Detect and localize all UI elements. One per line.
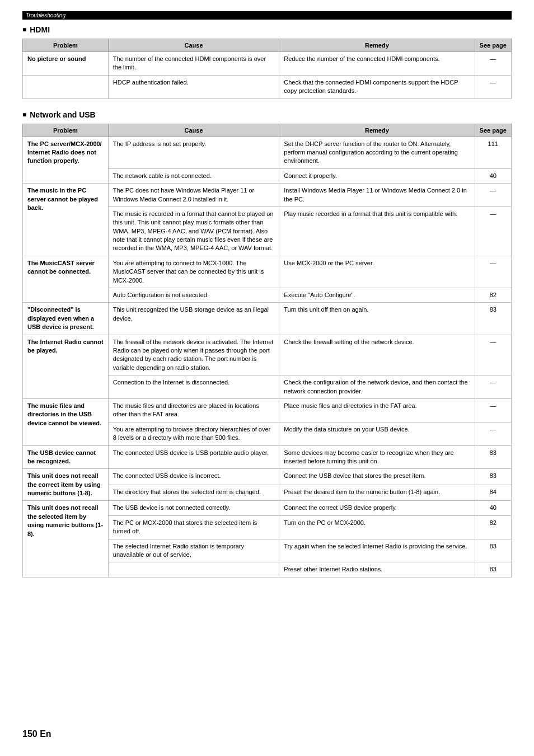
- remedy-cell: Connect it properly.: [279, 168, 475, 183]
- problem-cell: The music files and directories in the U…: [23, 398, 109, 445]
- seepage-cell: —: [475, 335, 512, 375]
- remedy-cell: Set the DHCP server function of the rout…: [279, 137, 475, 168]
- table-row: The MusicCAST server cannot be connected…: [23, 256, 512, 288]
- cause-cell: The selected Internet Radio station is t…: [108, 539, 279, 562]
- problem-cell: [23, 75, 109, 98]
- network-col-problem: Problem: [23, 124, 109, 137]
- remedy-cell: Connect the USB device that stores the p…: [279, 469, 475, 485]
- cause-cell: The PC does not have Windows Media Playe…: [108, 184, 279, 207]
- seepage-cell: —: [475, 52, 512, 76]
- seepage-cell: —: [475, 75, 512, 98]
- seepage-cell: 83: [475, 469, 512, 485]
- network-col-remedy: Remedy: [279, 124, 475, 137]
- problem-cell: No picture or sound: [23, 52, 109, 76]
- seepage-cell: —: [475, 422, 512, 445]
- section-title-label: Troubleshooting: [26, 12, 65, 18]
- remedy-cell: Execute "Auto Configure".: [279, 288, 475, 303]
- hdmi-col-remedy: Remedy: [279, 39, 475, 52]
- seepage-cell: —: [475, 375, 512, 399]
- remedy-cell: Turn this unit off then on again.: [279, 303, 475, 335]
- seepage-cell: —: [475, 256, 512, 288]
- table-row: The Internet Radio cannot be played.The …: [23, 335, 512, 375]
- table-row: The PC server/MCX-2000/ Internet Radio d…: [23, 137, 512, 168]
- seepage-cell: 40: [475, 501, 512, 515]
- remedy-cell: Preset the desired item to the numeric b…: [279, 485, 475, 501]
- problem-cell: The USB device cannot be recognized.: [23, 445, 109, 469]
- table-row: This unit does not recall the selected i…: [23, 501, 512, 515]
- seepage-cell: 83: [475, 562, 512, 577]
- remedy-cell: Play music recorded in a format that thi…: [279, 206, 475, 256]
- cause-cell: You are attempting to connect to MCX-100…: [108, 256, 279, 288]
- network-heading: Network and USB: [22, 110, 512, 119]
- problem-cell: The MusicCAST server cannot be connected…: [23, 256, 109, 303]
- cause-cell: The firewall of the network device is ac…: [108, 335, 279, 375]
- problem-cell: This unit does not recall the correct it…: [23, 469, 109, 501]
- seepage-cell: 40: [475, 168, 512, 183]
- hdmi-col-problem: Problem: [23, 39, 109, 52]
- network-table: Problem Cause Remedy See page The PC ser…: [22, 124, 512, 577]
- seepage-cell: 82: [475, 515, 512, 539]
- cause-cell: The network cable is not connected.: [108, 168, 279, 183]
- remedy-cell: Use MCX-2000 or the PC server.: [279, 256, 475, 288]
- cause-cell: The music is recorded in a format that c…: [108, 206, 279, 256]
- cause-cell: Auto Configuration is not executed.: [108, 288, 279, 303]
- network-col-seepage: See page: [475, 124, 512, 137]
- seepage-cell: —: [475, 398, 512, 422]
- cause-cell: The USB device is not connected correctl…: [108, 501, 279, 515]
- remedy-cell: Preset other Internet Radio stations.: [279, 562, 475, 577]
- remedy-cell: Check the firewall setting of the networ…: [279, 335, 475, 375]
- hdmi-table: Problem Cause Remedy See page No picture…: [22, 39, 512, 99]
- network-title: Network and USB: [30, 110, 95, 119]
- problem-cell: The Internet Radio cannot be played.: [23, 335, 109, 398]
- seepage-cell: 111: [475, 137, 512, 168]
- cause-cell: The connected USB device is USB portable…: [108, 445, 279, 469]
- cause-cell: [108, 562, 279, 577]
- problem-cell: The PC server/MCX-2000/ Internet Radio d…: [23, 137, 109, 184]
- table-row: "Disconnected" is displayed even when a …: [23, 303, 512, 335]
- seepage-cell: 83: [475, 539, 512, 562]
- cause-cell: The IP address is not set properly.: [108, 137, 279, 168]
- hdmi-col-cause: Cause: [108, 39, 279, 52]
- table-row: The USB device cannot be recognized.The …: [23, 445, 512, 469]
- remedy-cell: Connect the correct USB device properly.: [279, 501, 475, 515]
- table-row: This unit does not recall the correct it…: [23, 469, 512, 485]
- remedy-cell: Reduce the number of the connected HDMI …: [279, 52, 475, 76]
- table-row: HDCP authentication failed.Check that th…: [23, 75, 512, 98]
- remedy-cell: Place music files and directories in the…: [279, 398, 475, 422]
- table-row: The music files and directories in the U…: [23, 398, 512, 422]
- problem-cell: "Disconnected" is displayed even when a …: [23, 303, 109, 335]
- cause-cell: The music files and directories are plac…: [108, 398, 279, 422]
- cause-cell: The directory that stores the selected i…: [108, 485, 279, 501]
- remedy-cell: Try again when the selected Internet Rad…: [279, 539, 475, 562]
- problem-cell: The music in the PC server cannot be pla…: [23, 184, 109, 256]
- cause-cell: HDCP authentication failed.: [108, 75, 279, 98]
- table-row: The music in the PC server cannot be pla…: [23, 184, 512, 207]
- cause-cell: The connected USB device is incorrect.: [108, 469, 279, 485]
- table-row: No picture or soundThe number of the con…: [23, 52, 512, 76]
- hdmi-title: HDMI: [30, 25, 50, 34]
- remedy-cell: Modify the data structure on your USB de…: [279, 422, 475, 445]
- remedy-cell: Turn on the PC or MCX-2000.: [279, 515, 475, 539]
- cause-cell: You are attempting to browse directory h…: [108, 422, 279, 445]
- cause-cell: The PC or MCX-2000 that stores the selec…: [108, 515, 279, 539]
- network-col-cause: Cause: [108, 124, 279, 137]
- remedy-cell: Some devices may become easier to recogn…: [279, 445, 475, 469]
- remedy-cell: Check that the connected HDMI components…: [279, 75, 475, 98]
- cause-cell: The number of the connected HDMI compone…: [108, 52, 279, 76]
- seepage-cell: 84: [475, 485, 512, 501]
- hdmi-col-seepage: See page: [475, 39, 512, 52]
- problem-cell: This unit does not recall the selected i…: [23, 501, 109, 577]
- remedy-cell: Install Windows Media Player 11 or Windo…: [279, 184, 475, 207]
- cause-cell: This unit recognized the USB storage dev…: [108, 303, 279, 335]
- section-title-bar: Troubleshooting: [22, 11, 512, 20]
- seepage-cell: —: [475, 184, 512, 207]
- seepage-cell: 83: [475, 445, 512, 469]
- seepage-cell: 82: [475, 288, 512, 303]
- seepage-cell: —: [475, 206, 512, 256]
- seepage-cell: 83: [475, 303, 512, 335]
- cause-cell: Connection to the Internet is disconnect…: [108, 375, 279, 399]
- hdmi-heading: HDMI: [22, 25, 512, 34]
- remedy-cell: Check the configuration of the network d…: [279, 375, 475, 399]
